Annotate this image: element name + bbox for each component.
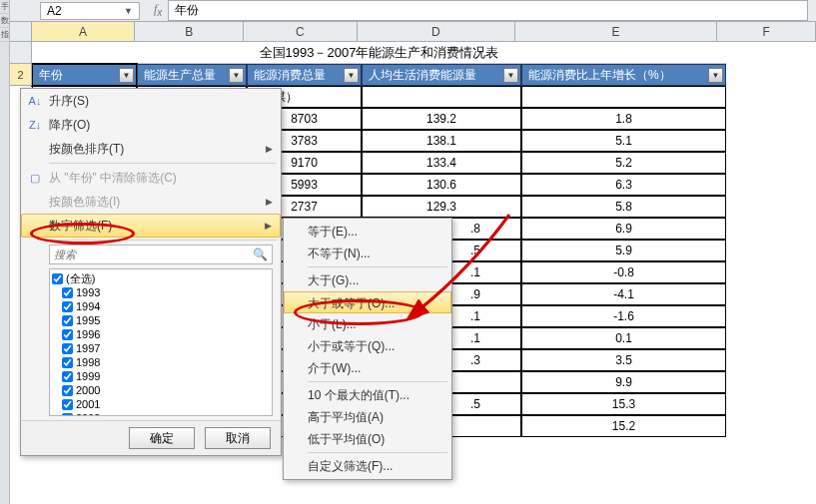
- filter-greater-equal[interactable]: 大于或等于(O)...: [284, 291, 451, 313]
- check-year[interactable]: 2002: [52, 411, 270, 416]
- cell[interactable]: 3.5: [521, 349, 726, 371]
- formula-input[interactable]: 年份: [168, 0, 808, 21]
- chevron-down-icon[interactable]: ▼: [124, 6, 133, 16]
- check-year[interactable]: 1995: [52, 313, 270, 327]
- cell[interactable]: 5.9: [521, 240, 726, 261]
- filter-header-growth[interactable]: 能源消费比上年增长（%）▼: [521, 64, 726, 86]
- cell[interactable]: 129.3: [362, 196, 521, 218]
- filter-dropdown-icon[interactable]: ▼: [119, 68, 134, 83]
- col-header-B[interactable]: B: [135, 22, 244, 41]
- row-header-blank[interactable]: [10, 42, 32, 64]
- autofilter-menu: A↓升序(S) Z↓降序(O) 按颜色排序(T)▶ ▢从 "年份" 中清除筛选(…: [20, 88, 282, 456]
- col-header-F[interactable]: F: [717, 22, 816, 41]
- formula-bar: A2 ▼ fx 年份: [10, 0, 816, 22]
- name-box-value: A2: [47, 4, 62, 18]
- filter-dropdown-icon[interactable]: ▼: [503, 68, 518, 83]
- cell[interactable]: 9.9: [521, 371, 726, 393]
- cell[interactable]: [521, 86, 726, 108]
- filter-less-equal[interactable]: 小于或等于(Q)...: [284, 335, 451, 357]
- filter-greater[interactable]: 大于(G)...: [284, 269, 451, 291]
- chevron-right-icon: ▶: [265, 221, 272, 231]
- clear-filter: ▢从 "年份" 中清除筛选(C): [21, 166, 281, 190]
- strip-btn-3[interactable]: 指: [0, 28, 10, 42]
- filter-header-percap[interactable]: 人均生活消费能源量▼: [362, 64, 521, 86]
- filter-custom[interactable]: 自定义筛选(F)...: [284, 455, 451, 477]
- sort-asc[interactable]: A↓升序(S): [21, 89, 281, 113]
- filter-dropdown-icon[interactable]: ▼: [229, 68, 244, 83]
- sort-by-color[interactable]: 按颜色排序(T)▶: [21, 137, 281, 161]
- number-filter-submenu: 等于(E)... 不等于(N)... 大于(G)... 大于或等于(O)... …: [283, 218, 452, 480]
- cell[interactable]: 130.6: [362, 174, 521, 196]
- sort-asc-icon: A↓: [27, 95, 43, 107]
- col-header-D[interactable]: D: [358, 22, 515, 41]
- check-year[interactable]: 2001: [52, 397, 270, 411]
- row-header-2[interactable]: 2: [10, 64, 32, 86]
- sort-desc-icon: Z↓: [27, 119, 43, 131]
- filter-above-avg[interactable]: 高于平均值(A): [284, 406, 451, 428]
- check-year[interactable]: 2000: [52, 383, 270, 397]
- cell[interactable]: 5.2: [521, 152, 726, 174]
- search-icon: 🔍: [253, 248, 268, 261]
- col-header-E[interactable]: E: [515, 22, 717, 41]
- filter-top10[interactable]: 10 个最大的值(T)...: [284, 384, 451, 406]
- cell[interactable]: 5.8: [521, 196, 726, 218]
- sort-desc[interactable]: Z↓降序(O): [21, 113, 281, 137]
- left-panel-strip: 手 数 指: [0, 0, 10, 504]
- filter-search[interactable]: 🔍: [49, 245, 273, 264]
- cell[interactable]: 15.3: [521, 393, 726, 415]
- filter-header-prod[interactable]: 能源生产总量▼: [137, 64, 247, 86]
- filter-between[interactable]: 介于(W)...: [284, 357, 451, 379]
- clear-filter-icon: ▢: [27, 172, 43, 185]
- filter-less[interactable]: 小于(L)...: [284, 313, 451, 335]
- cell[interactable]: 6.3: [521, 174, 726, 196]
- filter-header-cons[interactable]: 能源消费总量▼: [247, 64, 362, 86]
- check-year[interactable]: 1996: [52, 327, 270, 341]
- select-all-corner[interactable]: [10, 22, 32, 41]
- strip-btn-dn[interactable]: 数: [0, 14, 10, 28]
- fx-icon[interactable]: fx: [154, 2, 162, 18]
- sheet-title[interactable]: 全国1993－2007年能源生产和消费情况表: [32, 42, 726, 64]
- check-all[interactable]: (全选): [52, 271, 270, 285]
- filter-dropdown-icon[interactable]: ▼: [344, 68, 359, 83]
- cell[interactable]: 133.4: [362, 152, 521, 174]
- check-year[interactable]: 1999: [52, 369, 270, 383]
- ok-button[interactable]: 确定: [129, 427, 195, 449]
- col-header-C[interactable]: C: [244, 22, 358, 41]
- strip-btn-up[interactable]: 手: [0, 0, 10, 14]
- cell[interactable]: 6.9: [521, 218, 726, 240]
- cell[interactable]: -4.1: [521, 283, 726, 305]
- check-year[interactable]: 1997: [52, 341, 270, 355]
- filter-below-avg[interactable]: 低于平均值(O): [284, 428, 451, 450]
- cell[interactable]: 139.2: [362, 108, 521, 130]
- filter-header-year[interactable]: 年份▼: [32, 64, 137, 86]
- cell[interactable]: 5.1: [521, 130, 726, 152]
- filter-by-color: 按颜色筛选(I)▶: [21, 190, 281, 214]
- chevron-right-icon: ▶: [266, 197, 273, 207]
- cell[interactable]: [362, 86, 521, 108]
- column-headers: A B C D E F: [10, 22, 816, 42]
- col-header-A[interactable]: A: [32, 22, 136, 41]
- check-year[interactable]: 1998: [52, 355, 270, 369]
- name-box[interactable]: A2 ▼: [40, 2, 140, 20]
- cell[interactable]: 138.1: [362, 130, 521, 152]
- chevron-right-icon: ▶: [266, 144, 273, 154]
- cell[interactable]: 0.1: [521, 327, 726, 349]
- filter-not-equals[interactable]: 不等于(N)...: [284, 243, 451, 264]
- filter-search-input[interactable]: [54, 249, 253, 260]
- filter-dropdown-icon[interactable]: ▼: [708, 68, 723, 83]
- filter-equals[interactable]: 等于(E)...: [284, 221, 451, 243]
- number-filter[interactable]: 数字筛选(F)▶: [21, 214, 281, 238]
- cell[interactable]: -0.8: [521, 261, 726, 283]
- cell[interactable]: 1.8: [521, 108, 726, 130]
- cancel-button[interactable]: 取消: [205, 427, 271, 449]
- cell[interactable]: 15.2: [521, 415, 726, 437]
- filter-checklist[interactable]: (全选) 19931994199519961997199819992000200…: [49, 268, 273, 416]
- cell[interactable]: -1.6: [521, 305, 726, 327]
- check-year[interactable]: 1993: [52, 285, 270, 299]
- check-year[interactable]: 1994: [52, 299, 270, 313]
